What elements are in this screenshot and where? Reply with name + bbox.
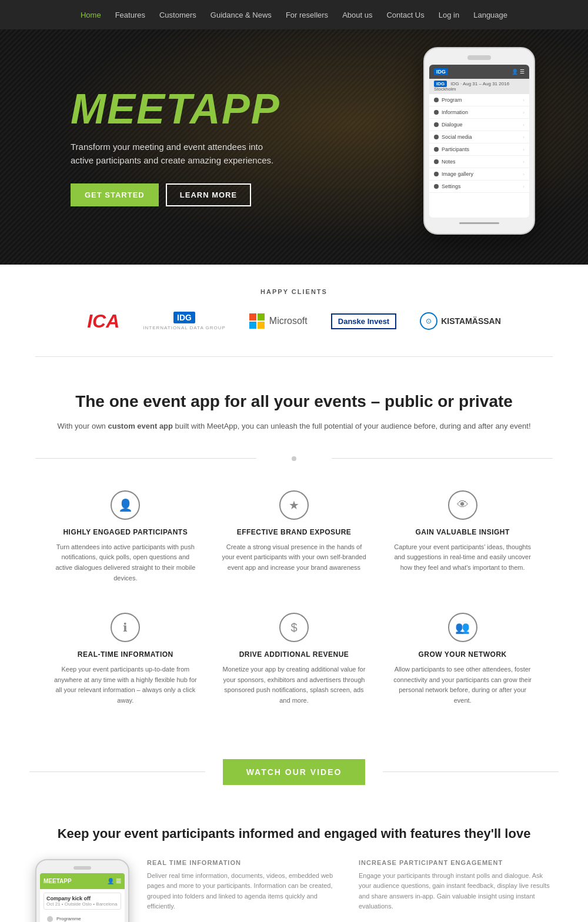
learn-more-button[interactable]: LEARN MORE [166, 183, 251, 206]
hero-buttons: GET STARTED LEARN MORE [71, 183, 282, 206]
main-subheading: With your own custom event app built wit… [47, 420, 541, 433]
hero-title: MEETAPP [71, 88, 282, 130]
feature-card-engagement: INCREASE PARTICIPANT ENGAGEMENT Engage y… [359, 859, 553, 912]
divider-line-right [332, 458, 553, 459]
feature-title-brand: EFFECTIVE BRAND EXPOSURE [222, 528, 367, 536]
phone-screen-sm-content: Company kick off Oct 21 • Outside Oslo •… [40, 889, 125, 922]
feature-desc-info: Keep your event participants up-to-date … [53, 664, 198, 706]
phone-header-icon: 👤 ☰ [512, 69, 524, 75]
feature-icon-network: 👥 [448, 613, 477, 642]
video-line-left [29, 771, 205, 772]
kista-logo: ⊙ KISTAMÄSSAN [420, 309, 501, 333]
main-heading: The one event app for all your events – … [47, 392, 541, 411]
feature-desc-engaged: Turn attendees into active participants … [53, 542, 198, 583]
divider-1 [35, 356, 553, 357]
main-heading-section: The one event app for all your events – … [0, 363, 588, 445]
feature-desc-network: Allow participants to see other attendee… [390, 664, 535, 706]
watch-video-button[interactable]: WATCH OUR VIDEO [223, 759, 366, 785]
phone-menu-gallery: Image gallery › [429, 168, 529, 181]
feature-icon-info: ℹ [111, 613, 140, 642]
feature-network: 👥 GROW YOUR NETWORK Allow participants t… [384, 607, 541, 711]
phone-mockup-bottom: MEETAPP 👤 ☰ Company kick off Oct 21 • Ou… [35, 859, 129, 922]
ica-logo: ICA [87, 309, 119, 333]
feature-info: ℹ REAL-TIME INFORMATION Keep your event … [47, 607, 204, 711]
nav-guidance[interactable]: Guidance & News [211, 11, 272, 19]
phone-screen-sm-header: MEETAPP 👤 ☰ [40, 873, 125, 889]
phone-mockup: IDG 👤 ☰ IDG IDG · Aug 31 – Aug 31 2016 S… [423, 47, 535, 235]
nav-home[interactable]: Home [81, 11, 101, 19]
feature-insight: 👁 GAIN VALUABLE INSIGHT Capture your eve… [384, 485, 541, 589]
feature-icon-insight: 👁 [448, 490, 477, 520]
feature-engaged: 👤 HIGHLY ENGAGED PARTICIPANTS Turn atten… [47, 485, 204, 589]
feature-revenue: $ DRIVE ADDITIONAL REVENUE Monetize your… [216, 607, 373, 711]
divider-dot [292, 456, 296, 461]
nav-features[interactable]: Features [115, 11, 145, 19]
feature-card-realtime: REAL TIME INFORMATION Deliver real time … [147, 859, 341, 912]
phone-menu-program: Program › [429, 94, 529, 106]
feature-card-realtime-title: REAL TIME INFORMATION [147, 859, 341, 866]
navigation: Home Features Customers Guidance & News … [0, 0, 588, 29]
danske-logo: Danske Invest [331, 309, 396, 333]
feature-icon-revenue: $ [279, 613, 309, 642]
features-grid: 👤 HIGHLY ENGAGED PARTICIPANTS Turn atten… [0, 473, 588, 736]
feature-icon-brand: ★ [279, 490, 309, 520]
features-divider [0, 445, 588, 473]
phone-menu-information: Information › [429, 106, 529, 119]
nav-resellers[interactable]: For resellers [286, 11, 328, 19]
feature-desc-revenue: Monetize your app by creating additional… [222, 664, 367, 706]
get-started-button[interactable]: GET STARTED [71, 183, 159, 206]
idg-badge: IDG [434, 68, 448, 75]
phone-menu-dialogue: Dialogue › [429, 119, 529, 131]
feature-desc-insight: Capture your event participants' ideas, … [390, 542, 535, 573]
features-bottom-layout: MEETAPP 👤 ☰ Company kick off Oct 21 • Ou… [35, 859, 553, 922]
clients-logos: ICA IDG INTERNATIONAL DATA GROUP Microso… [12, 309, 576, 333]
phone-sm-menu-programme: Programme [44, 913, 121, 922]
feature-card-engagement-title: INCREASE PARTICIPANT ENGAGEMENT [359, 859, 553, 866]
phone-notch-sm [74, 866, 91, 870]
phone-menu-settings: Settings › [429, 181, 529, 193]
phone-idg-info: IDG IDG · Aug 31 – Aug 31 2016 Stockholm [429, 79, 529, 94]
features-bottom-heading: Keep your event participants informed an… [35, 826, 553, 841]
idg-logo: IDG INTERNATIONAL DATA GROUP [143, 309, 226, 333]
subheading-bold: custom event app [108, 422, 173, 430]
phone-screen-header: IDG 👤 ☰ [429, 65, 529, 79]
nav-about[interactable]: About us [342, 11, 372, 19]
video-line-right [383, 771, 559, 772]
clients-section: HAPPY CLIENTS ICA IDG INTERNATIONAL DATA… [0, 265, 588, 350]
phone-screen-sm: MEETAPP 👤 ☰ Company kick off Oct 21 • Ou… [40, 873, 125, 922]
feature-desc-brand: Create a strong visual presence in the h… [222, 542, 367, 573]
feature-title-info: REAL-TIME INFORMATION [53, 650, 198, 659]
divider-line-left [35, 458, 256, 459]
phone-screen: IDG 👤 ☰ IDG IDG · Aug 31 – Aug 31 2016 S… [429, 65, 529, 218]
hero-subtitle: Transform your meeting and event attende… [71, 141, 282, 167]
feature-card-engagement-desc: Engage your participants through instant… [359, 871, 553, 912]
subheading-start: With your own [57, 422, 108, 430]
microsoft-logo: Microsoft [249, 309, 308, 333]
nav-login[interactable]: Log in [439, 11, 459, 19]
phone-home-bar [459, 222, 499, 224]
hero-content: MEETAPP Transform your meeting and event… [0, 88, 282, 206]
nav-customers[interactable]: Customers [159, 11, 196, 19]
feature-title-network: GROW YOUR NETWORK [390, 650, 535, 659]
phone-menu-participants: Participants › [429, 143, 529, 156]
hero-section: MEETAPP Transform your meeting and event… [0, 29, 588, 265]
phone-event-item-1: Company kick off Oct 21 • Outside Oslo •… [44, 893, 121, 910]
video-section: WATCH OUR VIDEO [0, 736, 588, 809]
feature-title-revenue: DRIVE ADDITIONAL REVENUE [222, 650, 367, 659]
feature-icon-engaged: 👤 [111, 490, 140, 520]
feature-title-engaged: HIGHLY ENGAGED PARTICIPANTS [53, 528, 198, 536]
nav-contact[interactable]: Contact Us [386, 11, 424, 19]
feature-card-realtime-desc: Deliver real time information, documents… [147, 871, 341, 912]
features-bottom-section: Keep your event participants informed an… [0, 809, 588, 922]
nav-language[interactable]: Language [473, 11, 507, 19]
phone-notch [467, 55, 491, 60]
feature-title-insight: GAIN VALUABLE INSIGHT [390, 528, 535, 536]
clients-label: HAPPY CLIENTS [12, 288, 576, 295]
feature-brand: ★ EFFECTIVE BRAND EXPOSURE Create a stro… [216, 485, 373, 589]
phone-menu-notes: Notes › [429, 156, 529, 168]
subheading-end: built with MeetApp, you can unleash the … [173, 422, 531, 430]
features-right-grid: REAL TIME INFORMATION Deliver real time … [147, 859, 553, 922]
phone-menu-social: Social media › [429, 131, 529, 143]
